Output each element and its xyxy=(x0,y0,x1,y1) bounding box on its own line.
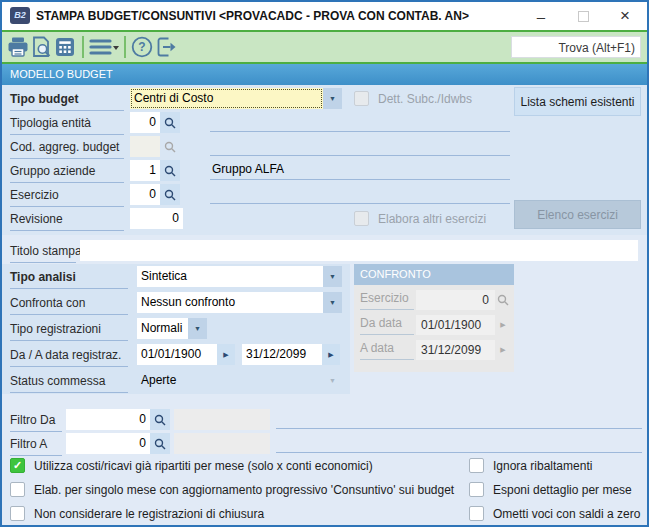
chevron-down-icon[interactable]: ▼ xyxy=(323,292,342,313)
revisione-label: Revisione xyxy=(10,210,124,231)
exit-button[interactable] xyxy=(154,35,178,59)
utilizza-costi-label: Utilizza costi/ricavi già ripartiti per … xyxy=(34,458,373,475)
gruppo-aziende-desc: Gruppo ALFA xyxy=(210,160,510,180)
app-icon: B2 xyxy=(10,7,30,24)
confronto-a-data-picker-button: ▶ xyxy=(495,340,511,360)
tipologia-entita-label: Tipologia entità xyxy=(10,114,124,135)
magnifier-icon xyxy=(164,141,176,153)
lista-schemi-button[interactable]: Lista schemi esistenti xyxy=(514,87,641,116)
tipo-registrazioni-label: Tipo registrazioni xyxy=(10,320,128,341)
filtro-da-label: Filtro Da xyxy=(10,411,62,432)
data-registraz-da-picker-button[interactable]: ▶ xyxy=(217,344,235,365)
esercizio-label: Esercizio xyxy=(10,186,124,207)
filtro-a-lookup-button[interactable] xyxy=(150,433,170,454)
minimize-button[interactable]: – xyxy=(526,2,556,30)
titolo-stampa-input[interactable] xyxy=(80,240,638,261)
confronta-con-combo[interactable]: Nessun confronto ▼ xyxy=(137,292,342,313)
elab-singolo-mese-checkbox[interactable] xyxy=(10,482,25,497)
chevron-down-icon: ▼ xyxy=(323,370,342,391)
status-commessa-combo: Aperte ▼ xyxy=(137,370,342,391)
dett-subc-label: Dett. Subc./Idwbs xyxy=(378,91,472,108)
print-preview-icon xyxy=(29,35,53,59)
confronto-esercizio-value: 0 xyxy=(416,290,495,310)
gruppo-aziende-label: Gruppo aziende xyxy=(10,162,124,183)
confronto-esercizio-label: Esercizio xyxy=(360,290,414,310)
chevron-down-icon[interactable]: ▼ xyxy=(323,266,342,287)
chevron-down-icon[interactable]: ▼ xyxy=(188,318,207,339)
confronto-header: CONFRONTO xyxy=(354,264,514,285)
ometti-voci-checkbox[interactable] xyxy=(469,506,484,521)
confronto-da-data-value: 01/01/1900 xyxy=(416,315,495,335)
window: B2 STAMPA BUDGET/CONSUNTIVI <PROVACADC -… xyxy=(0,0,649,527)
filtro-a-input[interactable]: 0 xyxy=(66,433,150,454)
chevron-down-icon[interactable]: ▼ xyxy=(323,88,342,109)
esercizio-lookup-button[interactable] xyxy=(160,184,180,205)
esercizio-input[interactable]: 0 xyxy=(130,184,160,205)
ignora-ribaltamenti-label: Ignora ribaltamenti xyxy=(493,458,592,475)
elenco-esercizi-button: Elenco esercizi xyxy=(514,200,641,229)
help-button[interactable]: ? xyxy=(130,35,154,59)
cod-aggreg-label: Cod. aggreg. budget xyxy=(10,138,124,159)
print-icon xyxy=(6,35,30,59)
utilizza-costi-checkbox[interactable]: ✓ xyxy=(10,458,25,473)
data-registraz-a-input[interactable]: 31/12/2099 xyxy=(242,344,322,365)
tipologia-entita-input[interactable]: 0 xyxy=(130,112,160,133)
menu-icon xyxy=(88,35,120,59)
filtro-a-label: Filtro A xyxy=(10,435,62,456)
calculator-icon xyxy=(53,35,77,59)
magnifier-icon xyxy=(154,438,166,450)
filtro-da-input[interactable]: 0 xyxy=(66,409,150,430)
esponi-dettaglio-checkbox[interactable] xyxy=(469,482,484,497)
dett-subc-checkbox xyxy=(354,91,369,106)
tipo-budget-value: Centri di Costo xyxy=(130,88,323,109)
revisione-input[interactable]: 0 xyxy=(130,208,183,229)
confronta-con-value: Nessun confronto xyxy=(137,292,323,313)
forward-icon: ▶ xyxy=(500,321,505,329)
toolbar-separator xyxy=(124,36,126,58)
data-registraz-label: Da / A data registraz. xyxy=(10,346,128,367)
tipo-registrazioni-combo[interactable]: Normali ▼ xyxy=(137,318,207,339)
non-considerare-chiusura-label: Non considerare le registrazioni di chiu… xyxy=(34,506,264,523)
elabora-altri-label: Elabora altri esercizi xyxy=(378,211,486,228)
esercizio-desc xyxy=(210,184,510,204)
status-commessa-label: Status commessa xyxy=(10,372,128,393)
find-box[interactable]: Trova (Alt+F1) xyxy=(511,36,641,58)
section-header-modello-budget: MODELLO BUDGET xyxy=(2,64,647,85)
print-button[interactable] xyxy=(6,35,30,59)
tipo-analisi-value: Sintetica xyxy=(137,266,323,287)
tipo-analisi-combo[interactable]: Sintetica ▼ xyxy=(137,266,342,287)
elabora-altri-checkbox xyxy=(354,211,369,226)
forward-icon: ▶ xyxy=(223,351,228,359)
magnifier-icon xyxy=(154,414,166,426)
confronto-a-data-label: A data xyxy=(360,340,414,360)
confronto-esercizio-lookup-button xyxy=(495,290,511,310)
calculator-button[interactable] xyxy=(53,35,77,59)
gruppo-aziende-input[interactable]: 1 xyxy=(130,160,160,181)
filtro-da-lookup-button[interactable] xyxy=(150,409,170,430)
maximize-button[interactable] xyxy=(568,2,598,30)
menu-button[interactable] xyxy=(88,35,120,59)
magnifier-icon xyxy=(164,165,176,177)
confronta-con-label: Confronta con xyxy=(10,294,128,315)
filtro-a-desc xyxy=(174,433,270,454)
non-considerare-chiusura-checkbox[interactable] xyxy=(10,506,25,521)
maximize-icon xyxy=(578,11,589,22)
tipo-registrazioni-value: Normali xyxy=(137,318,188,339)
data-registraz-a-picker-button[interactable]: ▶ xyxy=(322,344,340,365)
confronto-da-data-label: Da data xyxy=(360,315,414,335)
gruppo-aziende-lookup-button[interactable] xyxy=(160,160,180,181)
window-title: STAMPA BUDGET/CONSUNTIVI <PROVACADC - PR… xyxy=(36,2,469,30)
elab-singolo-mese-label: Elab. per singolo mese con aggiornamento… xyxy=(34,482,454,499)
tipologia-entita-lookup-button[interactable] xyxy=(160,112,180,133)
ignora-ribaltamenti-checkbox[interactable] xyxy=(469,458,484,473)
data-registraz-da-input[interactable]: 01/01/1900 xyxy=(137,344,217,365)
titolo-stampa-label: Titolo stampa xyxy=(10,242,76,263)
close-button[interactable]: × xyxy=(610,2,640,30)
print-preview-button[interactable] xyxy=(29,35,53,59)
tipo-budget-combo[interactable]: Centri di Costo ▼ xyxy=(130,88,342,109)
magnifier-icon xyxy=(164,117,176,129)
toolbar: ? Trova (Alt+F1) xyxy=(2,30,647,64)
forward-icon: ▶ xyxy=(328,351,333,359)
help-icon: ? xyxy=(130,35,154,59)
title-bar: B2 STAMPA BUDGET/CONSUNTIVI <PROVACADC -… xyxy=(2,2,647,30)
